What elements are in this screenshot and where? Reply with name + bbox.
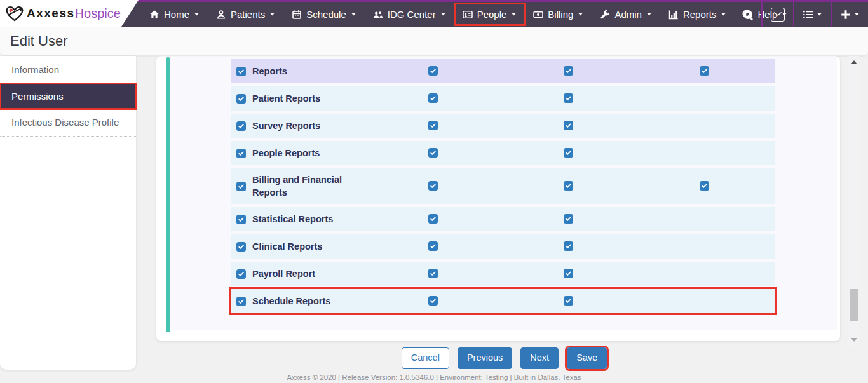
check-icon <box>238 123 245 130</box>
permissions-table: Reports Patient Reports Survey Reports P… <box>231 59 775 316</box>
top-navbar: AxxessHospice Home Patients Schedule IDG… <box>0 0 868 27</box>
permission-checkbox-col1[interactable] <box>428 148 438 158</box>
permission-checkbox-col1[interactable] <box>428 269 438 278</box>
navbar-tools <box>733 2 868 27</box>
scroll-down-arrow-icon[interactable] <box>851 338 857 342</box>
nav-item-reports[interactable]: Reports <box>661 4 734 24</box>
permission-checkbox-col3[interactable] <box>700 66 709 76</box>
permission-checkbox-col2[interactable] <box>564 296 573 306</box>
cancel-button[interactable]: Cancel <box>402 347 449 368</box>
chevron-down-icon <box>269 11 275 17</box>
chevron-down-icon <box>646 11 652 17</box>
permission-label: Statistical Reports <box>252 213 333 225</box>
envelope-button[interactable] <box>763 2 793 27</box>
check-icon <box>238 68 245 75</box>
scroll-up-arrow-icon[interactable] <box>851 60 857 64</box>
check-icon <box>238 271 245 278</box>
search-button[interactable] <box>733 2 761 27</box>
check-icon <box>565 182 572 189</box>
plus-icon <box>840 9 851 20</box>
check-icon <box>565 243 572 250</box>
nav-item-admin[interactable]: Admin <box>593 4 659 24</box>
previous-button[interactable]: Previous <box>458 347 512 368</box>
nav-item-label: Patients <box>231 9 265 20</box>
check-icon <box>238 243 245 250</box>
permission-label: Billing and Financial Reports <box>252 173 360 199</box>
permission-checkbox-col2[interactable] <box>564 181 573 191</box>
permission-checkbox-col3[interactable] <box>700 181 709 191</box>
permission-checkbox-col2[interactable] <box>564 148 573 158</box>
sidebar-item-information[interactable]: Information <box>0 56 136 84</box>
permission-checkbox[interactable] <box>236 242 246 252</box>
permission-checkbox-col2[interactable] <box>564 214 573 224</box>
chevron-down-icon <box>721 11 726 17</box>
check-icon <box>430 243 437 250</box>
permission-checkbox[interactable] <box>236 215 246 224</box>
nav-item-schedule[interactable]: Schedule <box>285 4 363 24</box>
chevron-down-icon <box>578 11 583 17</box>
permission-checkbox[interactable] <box>236 149 246 158</box>
permission-row-reports: Reports <box>231 59 775 83</box>
permission-checkbox-col2[interactable] <box>564 241 573 251</box>
envelope-frame <box>771 8 785 22</box>
permission-checkbox-col1[interactable] <box>428 181 438 191</box>
users-icon <box>373 10 383 20</box>
chart-icon <box>668 10 679 20</box>
permission-checkbox[interactable] <box>236 121 246 131</box>
person-icon <box>216 10 226 20</box>
check-icon <box>430 149 437 156</box>
nav-item-label: Schedule <box>306 9 346 20</box>
permission-row-payroll-report: Payroll Report <box>231 262 775 286</box>
check-icon <box>238 183 245 190</box>
permission-checkbox-col1[interactable] <box>428 296 438 306</box>
check-icon <box>430 95 437 102</box>
check-icon <box>430 67 437 74</box>
check-icon <box>238 150 245 157</box>
list-button[interactable] <box>794 2 831 27</box>
save-button[interactable]: Save <box>567 347 607 368</box>
check-icon <box>565 215 572 222</box>
permission-checkbox-col2[interactable] <box>564 93 573 103</box>
calendar-icon <box>292 10 302 20</box>
check-icon <box>430 297 437 304</box>
nav-item-label: Home <box>164 9 189 20</box>
permission-checkbox[interactable] <box>236 182 246 191</box>
list-icon <box>803 9 814 20</box>
vertical-scrollbar[interactable] <box>848 56 859 346</box>
permission-row-people-reports: People Reports <box>231 141 775 165</box>
permission-checkbox-col1[interactable] <box>428 93 438 103</box>
permission-checkbox[interactable] <box>236 94 246 104</box>
next-button[interactable]: Next <box>520 347 559 368</box>
check-icon <box>565 270 572 277</box>
nav-item-idg-center[interactable]: IDG Center <box>366 4 453 24</box>
nav-item-billing[interactable]: Billing <box>526 4 590 24</box>
permission-checkbox-col1[interactable] <box>428 121 438 130</box>
check-icon <box>430 182 437 189</box>
sidebar-item-infectious-disease-profile[interactable]: Infectious Disease Profile <box>0 109 136 137</box>
permission-checkbox-col2[interactable] <box>564 121 573 130</box>
chevron-down-icon <box>817 11 822 17</box>
permission-checkbox[interactable] <box>236 297 246 306</box>
scrollbar-thumb[interactable] <box>850 289 858 321</box>
permissions-panel: Reports Patient Reports Survey Reports P… <box>170 57 837 330</box>
nav-item-patients[interactable]: Patients <box>209 4 282 24</box>
permission-checkbox-col1[interactable] <box>428 66 438 76</box>
wrench-icon <box>600 10 610 20</box>
permission-checkbox-col1[interactable] <box>428 214 438 224</box>
nav-item-label: People <box>477 9 507 20</box>
nav-item-people[interactable]: People <box>456 4 524 24</box>
permission-checkbox[interactable] <box>236 269 246 279</box>
plus-button[interactable] <box>832 2 868 27</box>
permission-checkbox-col2[interactable] <box>564 66 573 76</box>
permission-label: Patient Reports <box>252 92 320 105</box>
nav-item-home[interactable]: Home <box>142 4 207 24</box>
permission-checkbox-col1[interactable] <box>428 241 438 251</box>
money-icon <box>533 10 543 20</box>
brand-logo[interactable]: AxxessHospice <box>0 0 139 27</box>
permission-checkbox[interactable] <box>236 67 246 76</box>
check-icon <box>565 122 572 129</box>
form-actions: Cancel Previous Next Save <box>156 347 852 369</box>
permission-checkbox-col2[interactable] <box>564 269 573 278</box>
page-header: Edit User <box>0 27 868 56</box>
sidebar-item-permissions[interactable]: Permissions <box>0 84 136 109</box>
